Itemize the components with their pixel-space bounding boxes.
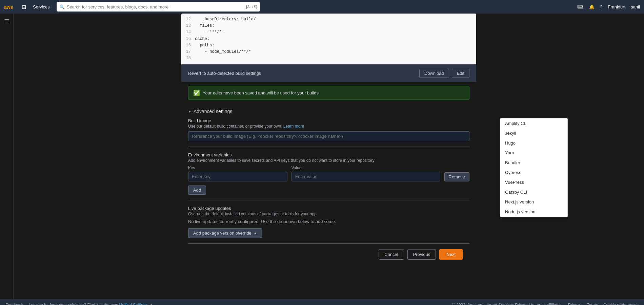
code-line-16: 16 paths: [181, 42, 476, 49]
copyright-text: © 2022, Amazon Internet Services Private… [452, 303, 563, 305]
env-key-input[interactable] [188, 172, 287, 181]
unified-settings-link[interactable]: Unified Settings [119, 303, 148, 305]
feedback-link[interactable]: Feedback [5, 303, 23, 305]
next-button[interactable]: Next [439, 249, 463, 260]
sidebar: ☰ [0, 14, 14, 299]
suggestion-vuepress[interactable]: VuePress [500, 177, 567, 187]
code-line-15: 15 cache: [181, 36, 476, 42]
advanced-settings-title: Advanced settings [194, 109, 232, 114]
footer: Feedback Looking for language selection?… [0, 299, 644, 305]
chevron-up-icon: ▲ [254, 231, 257, 235]
suggestions-dropdown: Amplify CLI Jekyll Hugo Yarn Bundler Cyp… [500, 118, 568, 217]
terms-link[interactable]: Terms [587, 303, 598, 305]
aws-logo[interactable]: aws [4, 3, 18, 11]
live-updates-section: Live package updates Override the defaul… [188, 206, 469, 238]
terminal-icon[interactable]: ⌨ [577, 4, 584, 9]
external-link-icon: ↗ [149, 303, 152, 305]
footer-left: Feedback Looking for language selection?… [5, 303, 152, 305]
collapse-chevron: ▼ [188, 110, 192, 113]
nav-right: ⌨ 🔔 ? Frankfurt sahil [577, 4, 640, 9]
add-package-label: Add package version override [193, 231, 251, 236]
svg-text:aws: aws [4, 4, 13, 10]
advanced-settings-header[interactable]: ▼ Advanced settings [188, 104, 469, 118]
build-image-label: Build image [188, 118, 469, 123]
success-message: Your edits have been saved and will be u… [203, 90, 319, 95]
remove-env-var-button[interactable]: Remove [444, 172, 469, 181]
help-icon[interactable]: ? [600, 4, 602, 9]
divider-1 [188, 147, 469, 147]
search-shortcut: [Alt+S] [246, 5, 257, 9]
no-updates-text: No live updates currently configured. Us… [188, 219, 469, 224]
env-key-column: Key [188, 166, 287, 181]
suggestion-gatsby-cli[interactable]: Gatsby CLI [500, 187, 567, 197]
user-menu[interactable]: sahil [631, 4, 640, 9]
learn-more-link[interactable]: Learn more [283, 124, 304, 129]
grid-icon[interactable]: ⊞ [22, 4, 26, 10]
success-banner: ✅ Your edits have been saved and will be… [188, 86, 469, 100]
code-line-12: 12 baseDirectory: build/ [181, 16, 476, 23]
search-input[interactable] [67, 4, 244, 9]
build-settings-bar: Revert to auto-detected build settings D… [181, 64, 476, 82]
sidebar-toggle[interactable]: ☰ [4, 18, 9, 25]
language-text: Looking for language selection? Find it … [29, 303, 152, 305]
download-button[interactable]: Download [419, 69, 449, 78]
revert-label: Revert to auto-detected build settings [188, 71, 261, 76]
env-vars-label: Environment variables [188, 152, 469, 157]
cookie-preferences-link[interactable]: Cookie preferences [603, 303, 639, 305]
code-line-13: 13 files: [181, 23, 476, 29]
search-icon: 🔍 [59, 4, 65, 9]
search-bar-container: 🔍 [Alt+S] [57, 2, 260, 12]
footer-right: © 2022, Amazon Internet Services Private… [452, 303, 639, 305]
suggestion-bundler[interactable]: Bundler [500, 158, 567, 168]
env-var-row: Key Value Remove [188, 166, 469, 181]
services-button[interactable]: Services [30, 3, 53, 11]
top-navigation: aws ⊞ Services 🔍 [Alt+S] ⌨ 🔔 ? Frankfurt… [0, 0, 644, 14]
services-label: Services [33, 4, 50, 9]
build-image-input[interactable] [188, 131, 469, 141]
suggestion-hugo[interactable]: Hugo [500, 138, 567, 148]
add-package-override-button[interactable]: Add package version override ▲ [188, 228, 262, 238]
suggestion-jekyll[interactable]: Jekyll [500, 128, 567, 138]
success-icon: ✅ [193, 90, 200, 96]
add-env-var-button[interactable]: Add [188, 186, 206, 195]
key-label: Key [188, 166, 287, 170]
code-line-18: 18 [181, 55, 476, 62]
previous-button[interactable]: Previous [407, 249, 436, 260]
bottom-actions: Cancel Previous Next [188, 243, 469, 265]
build-settings-buttons: Download Edit [419, 69, 469, 78]
suggestion-amplify-cli[interactable]: Amplify CLI [500, 118, 567, 128]
suggestion-nextjs[interactable]: Next.js version [500, 197, 567, 207]
divider-2 [188, 200, 469, 200]
env-vars-description: Add environment variables to save secret… [188, 158, 469, 163]
env-value-column: Value [291, 166, 440, 181]
build-image-field: Build image Use our default build contai… [188, 118, 469, 141]
main-layout: ☰ 12 baseDirectory: build/ 13 files: 14 … [0, 14, 644, 299]
code-line-14: 14 - '**/*' [181, 29, 476, 36]
live-updates-label: Live package updates [188, 206, 469, 211]
suggestion-nodejs[interactable]: Node.js version [500, 207, 567, 217]
advanced-settings-section: ▼ Advanced settings Build image Use our … [181, 104, 476, 272]
privacy-link[interactable]: Privacy [568, 303, 581, 305]
cancel-button[interactable]: Cancel [379, 249, 404, 260]
suggestion-cypress[interactable]: Cypress [500, 168, 567, 177]
suggestion-yarn[interactable]: Yarn [500, 148, 567, 158]
bell-icon[interactable]: 🔔 [589, 4, 595, 9]
content-area: 12 baseDirectory: build/ 13 files: 14 - … [14, 14, 644, 299]
edit-button[interactable]: Edit [452, 69, 469, 78]
code-editor: 12 baseDirectory: build/ 13 files: 14 - … [181, 14, 476, 64]
live-updates-description: Override the default installed versions … [188, 212, 469, 216]
code-line-17: 17 - node_modules/**/* [181, 49, 476, 55]
build-image-description: Use our default build container, or prov… [188, 124, 469, 129]
region-selector[interactable]: Frankfurt [608, 4, 625, 9]
env-vars-section: Environment variables Add environment va… [188, 152, 469, 195]
value-label: Value [291, 166, 440, 170]
env-value-input[interactable] [291, 172, 440, 181]
